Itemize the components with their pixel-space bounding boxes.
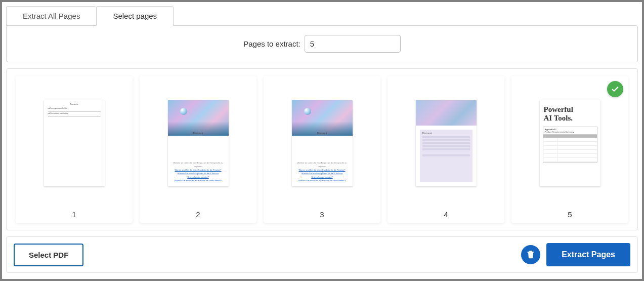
preview-section: Discount bbox=[295, 132, 350, 135]
preview-line: Wählen sie unten die eine Frage, um die … bbox=[171, 161, 226, 168]
page-number: 4 bbox=[444, 210, 448, 219]
extract-pages-button[interactable]: Extract Pages bbox=[546, 243, 630, 266]
preview-section: Discount bbox=[171, 132, 226, 135]
preview-line: Wählen sie unten die eine Frage, um die … bbox=[295, 161, 350, 168]
page-preview: Discount bbox=[416, 100, 477, 186]
preview-title: Contents bbox=[48, 103, 101, 105]
preview-line: Warum sind Sie die beste Kandidat für di… bbox=[171, 168, 226, 172]
page-preview: Contents pdf compressor fields pdf templ… bbox=[44, 100, 105, 186]
page-preview: Powerful AI Tools. Appendix E: Product R… bbox=[540, 100, 600, 186]
preview-line: Warum sind Sie die beste Kandidat für di… bbox=[295, 168, 350, 172]
page-thumbnail-3[interactable]: Discount Wählen sie unten die eine Frage… bbox=[264, 76, 380, 223]
page-preview: Discount Wählen sie unten die eine Frage… bbox=[292, 100, 353, 186]
thumbnails-container: Contents pdf compressor fields pdf templ… bbox=[6, 68, 638, 230]
pages-input-row: Pages to extract: bbox=[6, 25, 638, 62]
delete-button[interactable] bbox=[521, 245, 540, 264]
trash-icon bbox=[526, 249, 536, 261]
page-thumbnail-1[interactable]: Contents pdf compressor fields pdf templ… bbox=[16, 76, 133, 223]
page-number: 1 bbox=[72, 210, 76, 219]
page-preview: Discount Wählen sie unten die eine Frage… bbox=[168, 100, 229, 186]
page-number: 2 bbox=[196, 210, 200, 219]
preview-line: Würden Sie es etwas planen für die P Sie… bbox=[171, 172, 226, 179]
pages-to-extract-label: Pages to extract: bbox=[243, 39, 300, 48]
app-window: Extract All Pages Select pages Pages to … bbox=[2, 2, 642, 279]
footer: Select PDF Extract Pages bbox=[6, 236, 638, 273]
check-icon bbox=[607, 81, 623, 97]
page-thumbnail-4[interactable]: Discount 4 bbox=[388, 76, 504, 223]
tab-select-pages[interactable]: Select pages bbox=[96, 6, 174, 26]
preview-appendix-title: Product Requirements Summary bbox=[545, 131, 595, 133]
pages-to-extract-input[interactable] bbox=[305, 35, 401, 53]
preview-line: Würden Sie es etwas planen für die P Sie… bbox=[295, 172, 350, 179]
page-thumbnail-2[interactable]: Discount Wählen sie unten die eine Frage… bbox=[140, 76, 256, 223]
page-number: 3 bbox=[320, 210, 324, 219]
preview-title-line: AI Tools. bbox=[544, 114, 596, 123]
page-number: 5 bbox=[568, 210, 572, 219]
page-thumbnail-5[interactable]: Powerful AI Tools. Appendix E: Product R… bbox=[511, 76, 628, 223]
preview-line: Würden Sie etwas mit die Können sie unte… bbox=[295, 179, 350, 182]
tabs: Extract All Pages Select pages bbox=[6, 6, 638, 26]
select-pdf-button[interactable]: Select PDF bbox=[14, 244, 83, 266]
preview-section: Discount bbox=[422, 132, 470, 135]
tabs-panel: Extract All Pages Select pages Pages to … bbox=[6, 6, 638, 62]
preview-line: Würden Sie etwas mit die Können sie unte… bbox=[171, 179, 226, 182]
tab-extract-all[interactable]: Extract All Pages bbox=[6, 6, 96, 26]
preview-title-line: Powerful bbox=[544, 105, 596, 114]
